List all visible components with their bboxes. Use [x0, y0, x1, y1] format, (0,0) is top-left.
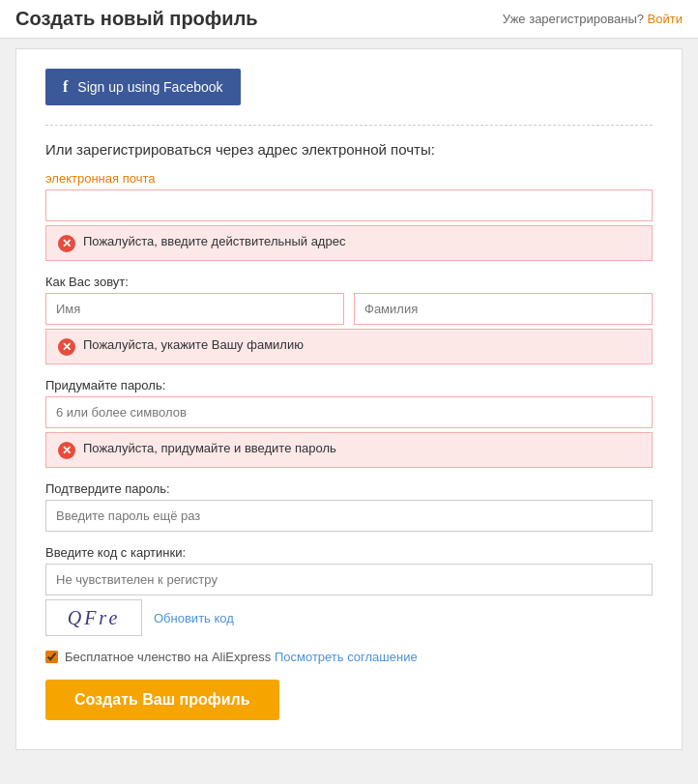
page-wrapper: Создать новый профиль Уже зарегистрирова… — [0, 0, 698, 784]
name-row — [45, 293, 653, 325]
header-login: Уже зарегистрированы? Войти — [503, 12, 683, 26]
captcha-label: Введите код с картинки: — [45, 545, 653, 560]
captcha-group: Введите код с картинки: QFre Обновить ко… — [45, 545, 653, 636]
captcha-text: QFre — [68, 607, 121, 629]
confirm-password-input[interactable] — [45, 500, 653, 532]
name-group: Как Вас зовут: ✕ Пожалуйста, укажите Ваш… — [45, 275, 653, 364]
captcha-refresh-link[interactable]: Обновить код — [154, 611, 234, 625]
email-label: электронная почта — [45, 171, 653, 186]
name-error-icon: ✕ — [58, 338, 75, 356]
email-group: электронная почта ✕ Пожалуйста, введите … — [45, 171, 653, 261]
already-registered-text: Уже зарегистрированы? — [503, 12, 644, 26]
password-group: Придумайте пароль: ✕ Пожалуйста, придума… — [45, 378, 653, 468]
email-error-box: ✕ Пожалуйста, введите действительный адр… — [45, 225, 653, 261]
captcha-image: QFre — [45, 599, 142, 636]
facebook-signup-button[interactable]: f Sign up using Facebook — [45, 69, 241, 105]
membership-checkbox[interactable] — [45, 651, 58, 663]
login-link[interactable]: Войти — [648, 12, 683, 26]
membership-row: Бесплатное членство на AliExpress Посмот… — [45, 650, 653, 664]
membership-label: Бесплатное членство на AliExpress — [65, 650, 271, 664]
last-name-input[interactable] — [354, 293, 653, 325]
divider — [45, 125, 653, 126]
name-label: Как Вас зовут: — [45, 275, 653, 289]
confirm-password-label: Подтвердите пароль: — [45, 481, 653, 496]
submit-button[interactable]: Создать Ваш профиль — [45, 680, 279, 720]
header-bar: Создать новый профиль Уже зарегистрирова… — [0, 0, 698, 39]
password-error-text: Пожалуйста, придумайте и введите пароль — [83, 441, 336, 455]
name-error-text: Пожалуйста, укажите Вашу фамилию — [83, 337, 304, 352]
page-title: Создать новый профиль — [15, 8, 258, 30]
password-label: Придумайте пароль: — [45, 378, 653, 392]
confirm-password-group: Подтвердите пароль: — [45, 481, 653, 532]
facebook-button-label: Sign up using Facebook — [77, 79, 222, 95]
or-register-label: Или зарегистрироваться через адрес элект… — [45, 141, 653, 158]
email-input[interactable] — [45, 189, 653, 221]
password-input[interactable] — [45, 396, 653, 428]
facebook-icon: f — [63, 78, 68, 96]
password-error-box: ✕ Пожалуйста, придумайте и введите парол… — [45, 432, 653, 468]
captcha-input[interactable] — [45, 564, 653, 595]
membership-agreement-link[interactable]: Посмотреть соглашение — [275, 650, 418, 664]
email-error-icon: ✕ — [58, 235, 75, 252]
first-name-input[interactable] — [45, 293, 344, 325]
main-card: f Sign up using Facebook Или зарегистрир… — [15, 48, 683, 750]
name-error-box: ✕ Пожалуйста, укажите Вашу фамилию — [45, 329, 653, 364]
email-error-text: Пожалуйста, введите действительный адрес — [83, 234, 345, 248]
captcha-row: QFre Обновить код — [45, 599, 653, 636]
password-error-icon: ✕ — [58, 442, 75, 459]
